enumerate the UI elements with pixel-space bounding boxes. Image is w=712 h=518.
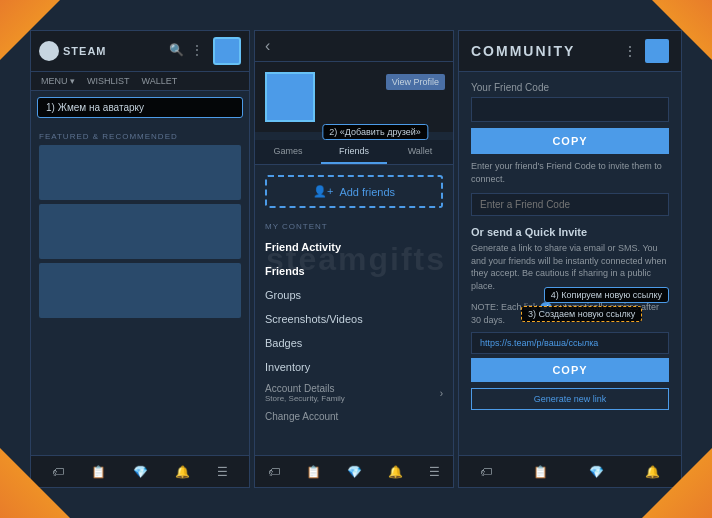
annotation-1: 1) Жмем на аватарку bbox=[37, 97, 243, 118]
badges-item[interactable]: Badges bbox=[255, 331, 453, 355]
diamond-icon-r[interactable]: 💎 bbox=[589, 465, 604, 479]
enter-code-input[interactable] bbox=[471, 193, 669, 216]
quick-invite-label: Or send a Quick Invite bbox=[471, 226, 669, 238]
friend-activity-item[interactable]: Friend Activity bbox=[255, 235, 453, 259]
game-thumb-2 bbox=[39, 204, 241, 259]
avatar[interactable] bbox=[213, 37, 241, 65]
annotation-3: 3) Создаем новую ссылку bbox=[521, 306, 642, 322]
steam-logo-text: STEAM bbox=[63, 45, 107, 57]
header-icons: 🔍 ⋮ bbox=[169, 37, 241, 65]
friend-code-input[interactable] bbox=[471, 97, 669, 122]
diamond-icon[interactable]: 💎 bbox=[133, 465, 148, 479]
bell-icon[interactable]: 🔔 bbox=[175, 465, 190, 479]
friends-tab[interactable]: Friends bbox=[321, 140, 387, 164]
my-content-label: MY CONTENT bbox=[255, 218, 453, 235]
wallet-tab[interactable]: WALLET bbox=[136, 72, 184, 90]
tag-icon-m[interactable]: 🏷 bbox=[268, 465, 280, 479]
quick-invite-desc: Generate a link to share via email or SM… bbox=[471, 242, 669, 292]
copy-button-1[interactable]: COPY bbox=[471, 128, 669, 154]
profile-nav: Games Friends Wallet bbox=[255, 140, 453, 165]
community-header: COMMUNITY ⋮ bbox=[459, 31, 681, 72]
right-panel: COMMUNITY ⋮ Your Friend Code COPY Enter … bbox=[458, 30, 682, 488]
nav-tabs-left: MENU ▾ WISHLIST WALLET bbox=[31, 72, 249, 91]
add-person-icon: 👤+ bbox=[313, 185, 333, 198]
left-panel: STEAM 🔍 ⋮ MENU ▾ WISHLIST WALLET 1) Жмем… bbox=[30, 30, 250, 488]
back-button[interactable]: ‹ bbox=[255, 31, 453, 62]
friend-code-label: Your Friend Code bbox=[471, 82, 669, 93]
inventory-item[interactable]: Inventory bbox=[255, 355, 453, 379]
game-thumb-1 bbox=[39, 145, 241, 200]
bottom-taskbar-left: 🏷 📋 💎 🔔 ☰ bbox=[31, 455, 249, 487]
middle-panel: ‹ View Profile 2) «Добавить друзей» Game… bbox=[254, 30, 454, 488]
annotation-4: 4) Копируем новую ссылку bbox=[544, 287, 669, 303]
bell-icon-m[interactable]: 🔔 bbox=[388, 465, 403, 479]
menu-tab[interactable]: MENU ▾ bbox=[35, 72, 81, 90]
groups-item[interactable]: Groups bbox=[255, 283, 453, 307]
account-details-item[interactable]: Account Details Store, Security, Family … bbox=[255, 379, 453, 407]
account-details-label: Account Details Store, Security, Family bbox=[265, 383, 345, 403]
account-label: Account Details bbox=[265, 383, 345, 394]
list-icon-r[interactable]: 📋 bbox=[533, 465, 548, 479]
change-account-item[interactable]: Change Account bbox=[255, 407, 453, 426]
more-icon[interactable]: ⋮ bbox=[191, 43, 207, 59]
list-icon-m[interactable]: 📋 bbox=[306, 465, 321, 479]
steam-logo: STEAM bbox=[39, 41, 107, 61]
bottom-taskbar-middle: 🏷 📋 💎 🔔 ☰ bbox=[255, 455, 453, 487]
menu-icon[interactable]: ☰ bbox=[217, 465, 228, 479]
add-friends-label: Add friends bbox=[339, 186, 395, 198]
add-friends-button[interactable]: 👤+ Add friends bbox=[265, 175, 443, 208]
bell-icon-r[interactable]: 🔔 bbox=[645, 465, 660, 479]
profile-avatar bbox=[265, 72, 315, 122]
change-account-label: Change Account bbox=[265, 411, 338, 422]
game-thumb-3 bbox=[39, 263, 241, 318]
bottom-taskbar-right: 🏷 📋 💎 🔔 bbox=[459, 455, 681, 487]
profile-top: View Profile 2) «Добавить друзей» bbox=[255, 62, 453, 132]
friends-item[interactable]: Friends bbox=[255, 259, 453, 283]
screenshots-item[interactable]: Screenshots/Videos bbox=[255, 307, 453, 331]
annotation-2: 2) «Добавить друзей» bbox=[322, 124, 428, 140]
view-profile-button[interactable]: View Profile bbox=[386, 74, 445, 90]
invite-link: https://s.team/p/ваша/ссылка bbox=[471, 332, 669, 354]
diamond-icon-m[interactable]: 💎 bbox=[347, 465, 362, 479]
games-tab[interactable]: Games bbox=[255, 140, 321, 164]
friend-code-desc: Enter your friend's Friend Code to invit… bbox=[471, 160, 669, 185]
steam-logo-icon bbox=[39, 41, 59, 61]
tag-icon[interactable]: 🏷 bbox=[52, 465, 64, 479]
game-thumbnails bbox=[31, 145, 249, 455]
search-icon[interactable]: 🔍 bbox=[169, 43, 185, 59]
link-row-container: https://s.team/p/ваша/ссылка 3) Создаем … bbox=[471, 332, 669, 354]
generate-link-button[interactable]: Generate new link bbox=[471, 388, 669, 410]
wallet-tab[interactable]: Wallet bbox=[387, 140, 453, 164]
community-header-right: ⋮ bbox=[623, 39, 669, 63]
tag-icon-r[interactable]: 🏷 bbox=[480, 465, 492, 479]
community-menu-icon[interactable]: ⋮ bbox=[623, 43, 637, 59]
community-content: Your Friend Code COPY Enter your friend'… bbox=[459, 72, 681, 455]
community-title: COMMUNITY bbox=[471, 43, 575, 59]
steam-header: STEAM 🔍 ⋮ bbox=[31, 31, 249, 72]
account-sub: Store, Security, Family bbox=[265, 394, 345, 403]
main-container: STEAM 🔍 ⋮ MENU ▾ WISHLIST WALLET 1) Жмем… bbox=[30, 30, 682, 488]
copy-button-2[interactable]: COPY bbox=[471, 358, 669, 382]
chevron-right-icon: › bbox=[440, 388, 443, 399]
menu-icon-m[interactable]: ☰ bbox=[429, 465, 440, 479]
list-icon[interactable]: 📋 bbox=[91, 465, 106, 479]
wishlist-tab[interactable]: WISHLIST bbox=[81, 72, 136, 90]
community-avatar[interactable] bbox=[645, 39, 669, 63]
featured-label: FEATURED & RECOMMENDED bbox=[31, 124, 249, 145]
